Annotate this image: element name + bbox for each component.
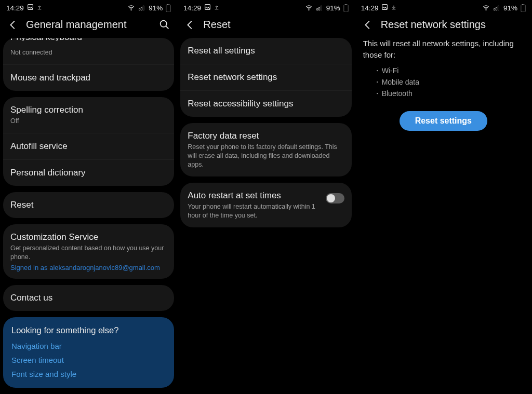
svg-point-1 — [131, 9, 131, 10]
svg-rect-12 — [521, 5, 525, 12]
upload-icon — [37, 4, 42, 12]
row-reset[interactable]: Reset — [3, 192, 174, 218]
link-navigation-bar[interactable]: Navigation bar — [11, 342, 166, 350]
row-physical-keyboard[interactable]: Physical keyboard Not connected — [3, 38, 174, 64]
row-auto-restart[interactable]: Auto restart at set times Your phone wil… — [180, 183, 351, 227]
card-input-devices: Physical keyboard Not connected Mouse an… — [3, 38, 174, 91]
header: Reset — [177, 15, 354, 38]
status-battery-pct: 91% — [503, 4, 517, 12]
row-spelling-correction[interactable]: Spelling correction Off — [3, 97, 174, 133]
content: Reset all settings Reset network setting… — [177, 38, 354, 394]
signal-icon — [316, 5, 323, 11]
card-auto-restart: Auto restart at set times Your phone wil… — [180, 183, 351, 227]
row-factory-data-reset[interactable]: Factory data reset Reset your phone to i… — [180, 123, 351, 176]
row-reset-all-settings[interactable]: Reset all settings — [180, 38, 351, 64]
search-icon[interactable] — [158, 19, 170, 31]
back-icon[interactable] — [7, 19, 19, 31]
svg-rect-8 — [343, 5, 348, 12]
row-contact-us[interactable]: Contact us — [3, 285, 174, 311]
row-customization-service[interactable]: Customization Service Get personalized c… — [3, 224, 174, 279]
description: This will reset all network settings, in… — [355, 38, 532, 131]
row-autofill-service[interactable]: Autofill service — [3, 133, 174, 159]
card-reset-options: Reset all settings Reset network setting… — [180, 38, 351, 117]
wifi-icon — [482, 5, 490, 11]
status-bar: 14:29 91% — [0, 0, 177, 15]
status-battery-pct: 91% — [149, 4, 163, 12]
svg-point-6 — [309, 9, 309, 10]
image-icon — [204, 4, 211, 12]
back-icon[interactable] — [362, 19, 374, 31]
battery-icon — [166, 4, 171, 12]
wifi-icon — [305, 5, 313, 11]
header: General management — [0, 15, 177, 38]
description-text: This will reset all network settings, in… — [363, 38, 524, 61]
status-bar: 14:29 91% — [355, 0, 532, 15]
bullet-bluetooth: Bluetooth — [374, 88, 524, 99]
looking-title: Looking for something else? — [11, 325, 166, 335]
reset-settings-button[interactable]: Reset settings — [400, 111, 487, 131]
svg-point-10 — [486, 9, 486, 10]
wifi-icon — [127, 5, 135, 11]
status-battery-pct: 91% — [326, 4, 340, 12]
svg-rect-0 — [28, 5, 33, 10]
card-contact: Contact us — [3, 285, 174, 311]
link-screen-timeout[interactable]: Screen timeout — [11, 356, 166, 364]
svg-rect-9 — [382, 5, 388, 10]
screen-general-management: 14:29 91% General management — [0, 0, 177, 394]
signal-icon — [138, 5, 145, 11]
screen-reset-network: 14:29 91% Reset network settings — [355, 0, 532, 394]
download-icon — [391, 4, 396, 12]
card-looking-for: Looking for something else? Navigation b… — [3, 317, 174, 388]
signal-icon — [493, 5, 500, 11]
battery-icon — [343, 4, 349, 12]
content: Physical keyboard Not connected Mouse an… — [0, 38, 177, 394]
row-reset-accessibility-settings[interactable]: Reset accessibility settings — [180, 90, 351, 117]
auto-restart-toggle[interactable] — [326, 193, 344, 203]
link-font-size-style[interactable]: Font size and style — [11, 370, 166, 378]
row-mouse-trackpad[interactable]: Mouse and trackpad — [3, 64, 174, 91]
screen-reset: 14:29 91% Reset — [177, 0, 354, 394]
bullet-wifi: Wi-Fi — [374, 65, 524, 76]
bullet-mobile-data: Mobile data — [374, 76, 524, 88]
status-time: 14:29 — [361, 4, 379, 12]
svg-rect-3 — [166, 5, 170, 12]
card-factory-reset: Factory data reset Reset your phone to i… — [180, 123, 351, 176]
page-title: General management — [26, 19, 151, 31]
svg-rect-5 — [205, 5, 210, 10]
page-title: Reset — [203, 19, 347, 31]
svg-point-4 — [160, 21, 166, 27]
row-reset-network-settings[interactable]: Reset network settings — [180, 64, 351, 90]
status-time: 14:29 — [183, 4, 201, 12]
image-icon — [381, 4, 388, 12]
status-time: 14:29 — [6, 4, 24, 12]
image-icon — [27, 4, 34, 12]
header: Reset network settings — [355, 15, 532, 38]
signed-in-link[interactable]: Signed in as aleksandarognjanovic89@gmai… — [10, 264, 167, 271]
page-title: Reset network settings — [381, 19, 525, 31]
bullet-list: Wi-Fi Mobile data Bluetooth — [363, 61, 524, 111]
battery-icon — [521, 4, 526, 12]
upload-icon — [214, 4, 219, 12]
row-personal-dictionary[interactable]: Personal dictionary — [3, 159, 174, 186]
back-icon[interactable] — [184, 19, 196, 31]
status-bar: 14:29 91% — [177, 0, 354, 15]
card-text-input: Spelling correction Off Autofill service… — [3, 97, 174, 186]
card-reset: Reset — [3, 192, 174, 218]
card-customization: Customization Service Get personalized c… — [3, 224, 174, 279]
